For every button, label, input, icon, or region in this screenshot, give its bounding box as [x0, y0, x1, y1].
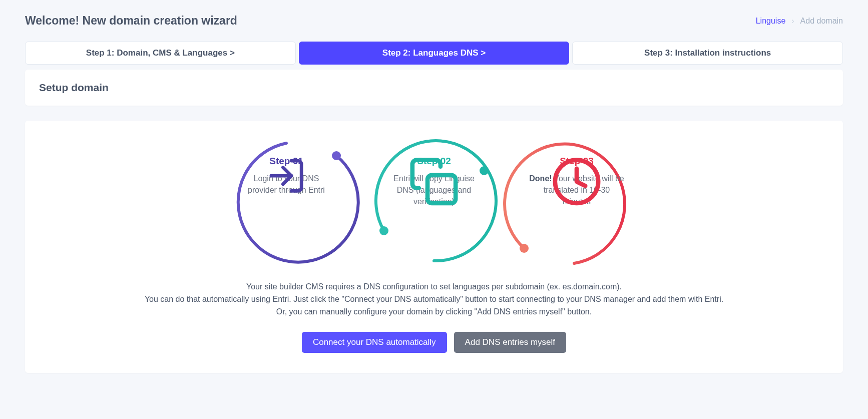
breadcrumb-link-linguise[interactable]: Linguise — [756, 17, 786, 26]
svg-rect-5 — [427, 175, 456, 203]
page-title: Welcome! New domain creation wizard — [25, 14, 237, 28]
info-line3: Or, you can manually configure your doma… — [109, 306, 759, 318]
step-block-3: Step 03 Done! Your website will be trans… — [529, 156, 624, 208]
button-row: Connect your DNS automatically Add DNS e… — [40, 332, 828, 353]
steps-diagram: Step 01 Login to your DNS provider throu… — [224, 136, 644, 271]
step-block-2: Step 02 Entri will copy Linguise DNS (la… — [386, 156, 482, 208]
breadcrumb-current: Add domain — [800, 17, 843, 26]
clock-icon — [529, 156, 624, 208]
info-line1: Your site builder CMS requires a DNS con… — [109, 281, 759, 293]
chevron-right-icon: › — [791, 17, 794, 26]
login-icon — [239, 156, 334, 196]
tab-step1[interactable]: Step 1: Domain, CMS & Languages > — [25, 42, 296, 65]
info-text: Your site builder CMS requires a DNS con… — [109, 281, 759, 318]
info-line2: You can do that automatically using Entr… — [109, 293, 759, 306]
dns-instruction-card: Step 01 Login to your DNS provider throu… — [25, 121, 843, 373]
svg-point-3 — [520, 244, 529, 253]
tab-step3[interactable]: Step 3: Installation instructions — [572, 42, 843, 65]
step-block-1: Step 01 Login to your DNS provider throu… — [239, 156, 334, 196]
svg-point-2 — [379, 226, 388, 235]
wizard-tabs: Step 1: Domain, CMS & Languages > Step 2… — [25, 42, 843, 65]
add-dns-manual-button[interactable]: Add DNS entries myself — [454, 332, 566, 353]
setup-domain-panel: Setup domain — [25, 70, 843, 106]
panel-title: Setup domain — [39, 82, 829, 94]
breadcrumb: Linguise › Add domain — [756, 17, 843, 26]
copy-icon — [386, 156, 482, 208]
tab-step2[interactable]: Step 2: Languages DNS > — [299, 42, 570, 65]
connect-dns-button[interactable]: Connect your DNS automatically — [302, 332, 447, 353]
